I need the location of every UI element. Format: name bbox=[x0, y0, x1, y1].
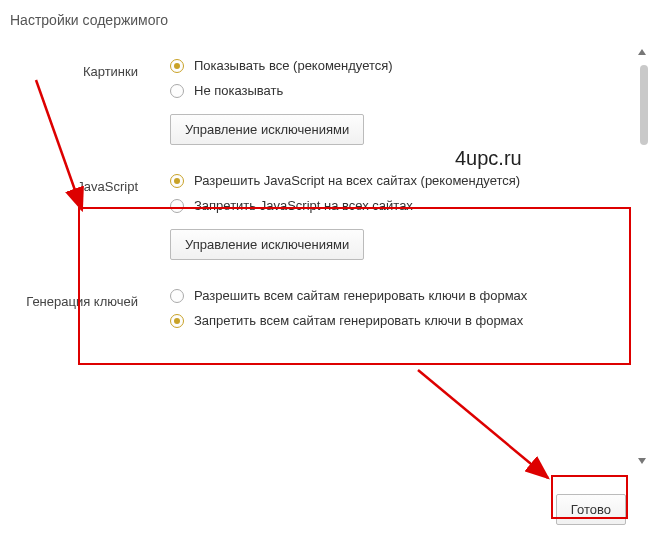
radio-keygen-allow[interactable]: Разрешить всем сайтам генерировать ключи… bbox=[170, 288, 640, 303]
done-button-container: Готово bbox=[556, 488, 626, 525]
radio-label: Показывать все (рекомендуется) bbox=[194, 58, 393, 73]
scroll-down-icon bbox=[638, 458, 646, 464]
scroll-thumb[interactable] bbox=[640, 65, 648, 145]
section-controls-javascript: Разрешить JavaScript на всех сайтах (рек… bbox=[170, 173, 640, 260]
radio-label: Не показывать bbox=[194, 83, 283, 98]
svg-line-2 bbox=[418, 370, 548, 478]
radio-label: Разрешить всем сайтам генерировать ключи… bbox=[194, 288, 527, 303]
scrollbar[interactable] bbox=[635, 45, 648, 468]
section-label-javascript: JavaScript bbox=[10, 173, 170, 260]
section-images: Картинки Показывать все (рекомендуется) … bbox=[10, 40, 640, 155]
section-label-keygen: Генерация ключей bbox=[10, 288, 170, 338]
scroll-up-icon bbox=[638, 49, 646, 55]
radio-icon bbox=[170, 199, 184, 213]
radio-js-block[interactable]: Запретить JavaScript на всех сайтах bbox=[170, 198, 640, 213]
radio-images-show-all[interactable]: Показывать все (рекомендуется) bbox=[170, 58, 640, 73]
section-label-images: Картинки bbox=[10, 58, 170, 145]
section-controls-keygen: Разрешить всем сайтам генерировать ключи… bbox=[170, 288, 640, 338]
section-keygen: Генерация ключей Разрешить всем сайтам г… bbox=[10, 270, 640, 348]
radio-icon bbox=[170, 314, 184, 328]
done-button[interactable]: Готово bbox=[556, 494, 626, 525]
content-area: Картинки Показывать все (рекомендуется) … bbox=[0, 40, 650, 348]
section-javascript: JavaScript Разрешить JavaScript на всех … bbox=[10, 155, 640, 270]
radio-keygen-block[interactable]: Запретить всем сайтам генерировать ключи… bbox=[170, 313, 640, 328]
radio-icon bbox=[170, 84, 184, 98]
radio-icon bbox=[170, 59, 184, 73]
radio-images-hide[interactable]: Не показывать bbox=[170, 83, 640, 98]
section-controls-images: Показывать все (рекомендуется) Не показы… bbox=[170, 58, 640, 145]
radio-label: Разрешить JavaScript на всех сайтах (рек… bbox=[194, 173, 520, 188]
dialog-title: Настройки содержимого bbox=[0, 0, 650, 40]
radio-js-allow[interactable]: Разрешить JavaScript на всех сайтах (рек… bbox=[170, 173, 640, 188]
manage-exceptions-button[interactable]: Управление исключениями bbox=[170, 114, 364, 145]
radio-icon bbox=[170, 289, 184, 303]
manage-exceptions-button[interactable]: Управление исключениями bbox=[170, 229, 364, 260]
watermark-text: 4upc.ru bbox=[455, 147, 522, 170]
radio-icon bbox=[170, 174, 184, 188]
radio-label: Запретить JavaScript на всех сайтах bbox=[194, 198, 413, 213]
radio-label: Запретить всем сайтам генерировать ключи… bbox=[194, 313, 523, 328]
